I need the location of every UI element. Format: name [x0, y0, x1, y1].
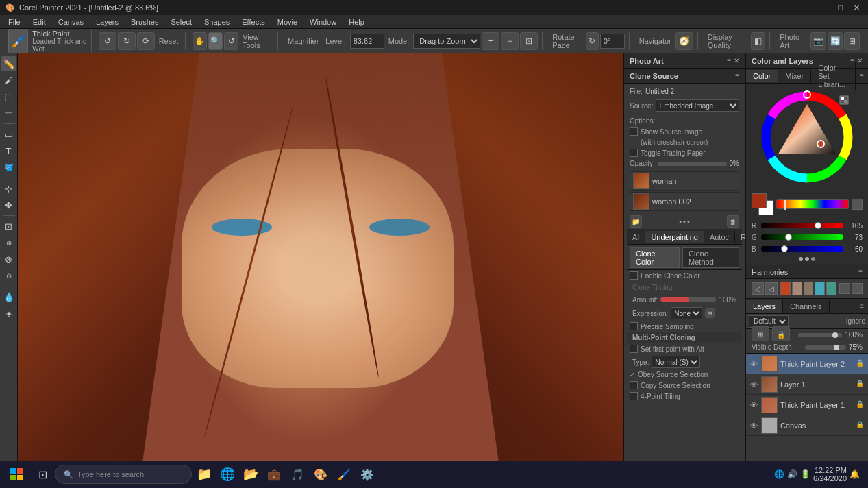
- app3-button[interactable]: 🎨: [310, 462, 332, 487]
- clock-display[interactable]: 12:22 PM 6/24/2020: [813, 466, 847, 483]
- fg-bg-swatches[interactable]: [752, 193, 773, 215]
- menu-item-edit[interactable]: Edit: [27, 16, 51, 27]
- channels-tab[interactable]: Channels: [783, 300, 829, 313]
- layers-tab[interactable]: Layers: [746, 300, 783, 313]
- toggle-tracing-checkbox[interactable]: [630, 149, 638, 157]
- rubber-tool-button[interactable]: ◈: [1, 306, 16, 321]
- g-slider[interactable]: [761, 234, 843, 240]
- color-wheel-wrapper[interactable]: [759, 89, 855, 185]
- b-slider[interactable]: [761, 246, 843, 252]
- color-tab[interactable]: Color: [746, 70, 778, 82]
- b-thumb[interactable]: [781, 245, 788, 252]
- menu-item-brushes[interactable]: Brushes: [125, 16, 164, 27]
- clone-source-menu-icon[interactable]: ≡: [735, 72, 739, 80]
- menu-item-shapes[interactable]: Shapes: [199, 16, 235, 27]
- rotate-left-button[interactable]: ↺: [99, 32, 116, 50]
- harmony-extra-btn-2[interactable]: [852, 283, 863, 294]
- color-extra-button[interactable]: [839, 95, 850, 107]
- layer-visibility-btn[interactable]: 👁: [749, 380, 758, 389]
- harmony-swatch-1[interactable]: [780, 282, 791, 295]
- transform-tool-button[interactable]: ⊹: [1, 181, 16, 196]
- layer-row[interactable]: 👁 Thick Paint Layer 1 🔒: [746, 395, 868, 415]
- display-quality-button[interactable]: ◧: [751, 32, 765, 50]
- shape-tool-button[interactable]: ▭: [1, 127, 16, 142]
- amount-slider[interactable]: [660, 297, 716, 302]
- layer-lock-btn[interactable]: 🔒: [856, 421, 865, 430]
- layer-lock-btn[interactable]: 🔒: [856, 400, 865, 410]
- expression-extra-button[interactable]: ⊞: [705, 308, 715, 318]
- enable-clone-color-checkbox[interactable]: [630, 271, 638, 280]
- res-tab[interactable]: Res: [735, 231, 745, 243]
- zoom-level-input[interactable]: [350, 34, 384, 49]
- harmony-tool-btn-2[interactable]: ◁: [765, 282, 778, 295]
- select-tool-button[interactable]: ⊗: [1, 252, 16, 267]
- ai-tab[interactable]: AI: [627, 231, 645, 243]
- clone-folder-button[interactable]: 📁: [630, 215, 642, 228]
- layer-row[interactable]: 👁 Thick Paint Layer 2 🔒: [746, 354, 868, 374]
- canvas-area[interactable]: [18, 53, 623, 488]
- network-icon[interactable]: 🌐: [774, 469, 784, 479]
- source-select[interactable]: Embedded Image: [656, 99, 739, 112]
- file-explorer-button[interactable]: 📁: [193, 462, 215, 487]
- menu-item-canvas[interactable]: Canvas: [53, 16, 89, 27]
- type-select[interactable]: Normal (S): [652, 356, 700, 368]
- notifications-icon[interactable]: 🔔: [850, 469, 860, 479]
- hand-tool-button[interactable]: ✋: [193, 32, 207, 50]
- lasso-tool-button[interactable]: ⊝: [1, 268, 16, 283]
- layer-visibility-btn[interactable]: 👁: [749, 421, 758, 430]
- close-button[interactable]: ✕: [851, 3, 863, 12]
- opacity-slider[interactable]: [658, 162, 727, 166]
- smear-tool-button[interactable]: 〰: [1, 106, 16, 121]
- eraser-tool-button[interactable]: ⬚: [1, 89, 16, 104]
- menu-item-select[interactable]: Select: [165, 16, 197, 27]
- battery-icon[interactable]: 🔋: [800, 469, 810, 479]
- visible-depth-track[interactable]: [805, 345, 846, 350]
- clone-delete-button[interactable]: 🗑: [727, 215, 739, 228]
- set-first-point-checkbox[interactable]: [630, 345, 638, 353]
- zoom-mode-select[interactable]: Drag to Zoom: [413, 34, 480, 49]
- clone-tool-button[interactable]: ⊕: [1, 235, 16, 250]
- brush-preview[interactable]: 🖌️: [8, 29, 28, 53]
- zoom-out-button[interactable]: −: [501, 32, 519, 50]
- harmony-extra-btn-1[interactable]: [839, 283, 850, 294]
- layer-visibility-btn[interactable]: 👁: [749, 400, 758, 410]
- reset-button[interactable]: ⟳: [137, 32, 155, 50]
- layer-row[interactable]: 👁 Canvas 🔒: [746, 415, 868, 436]
- harmony-swatch-5[interactable]: [826, 282, 836, 295]
- color-dot-3[interactable]: [811, 257, 815, 261]
- opacity-track[interactable]: [798, 333, 842, 337]
- search-bar[interactable]: 🔍 Type here to search: [55, 465, 192, 484]
- zoom-in-button[interactable]: +: [482, 32, 499, 50]
- move-tool-button[interactable]: ✥: [1, 197, 16, 212]
- app2-button[interactable]: 🎵: [286, 462, 308, 487]
- harmony-tool-btn-1[interactable]: ◁: [752, 282, 764, 295]
- crop-tool-button[interactable]: ⊡: [1, 219, 16, 234]
- menu-item-window[interactable]: Window: [304, 16, 342, 27]
- harmony-swatch-3[interactable]: [804, 282, 814, 295]
- ignore-label[interactable]: Ignore: [846, 317, 865, 325]
- color-spectrum[interactable]: [776, 199, 849, 209]
- foreground-swatch[interactable]: [752, 193, 767, 208]
- show-source-checkbox[interactable]: [630, 127, 638, 136]
- g-thumb[interactable]: [785, 234, 792, 241]
- menu-item-movie[interactable]: Movie: [272, 16, 303, 27]
- start-button[interactable]: [3, 462, 30, 487]
- r-slider[interactable]: [761, 223, 843, 228]
- edge-button[interactable]: 🌐: [216, 462, 238, 487]
- photo-art-btn3[interactable]: ⊞: [844, 32, 860, 50]
- autoc-tab[interactable]: Autoc: [704, 231, 735, 243]
- layer-visibility-btn[interactable]: 👁: [749, 359, 758, 369]
- menu-item-layers[interactable]: Layers: [90, 16, 124, 27]
- color-dot-2[interactable]: [805, 257, 809, 261]
- harmonies-menu-icon[interactable]: ≡: [858, 268, 863, 276]
- taskview-button[interactable]: ⊡: [32, 462, 53, 487]
- text-tool-button[interactable]: T: [1, 143, 16, 158]
- navigator-button[interactable]: 🧭: [675, 32, 693, 50]
- rotate-cw-button[interactable]: ↻: [586, 32, 599, 50]
- clone-source-controls[interactable]: ≡: [735, 72, 739, 80]
- layer-lock-btn[interactable]: 🔒: [856, 380, 865, 389]
- harmony-swatch-4[interactable]: [815, 282, 825, 295]
- photo-art-close-icon[interactable]: ✕: [734, 57, 739, 64]
- precise-sampling-checkbox[interactable]: [630, 322, 638, 330]
- painter-button[interactable]: 🖌️: [333, 462, 355, 487]
